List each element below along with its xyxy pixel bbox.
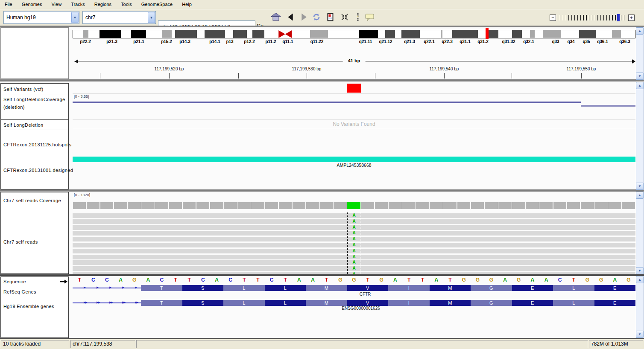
zoom-slider-thumb[interactable] (617, 14, 620, 21)
exon-amino-acid-block[interactable]: I (388, 300, 430, 306)
coverage-bar (443, 202, 457, 209)
exon-amino-acid-block[interactable]: L (553, 300, 594, 306)
exon-amino-acid-block[interactable]: V (347, 285, 389, 291)
scroll-up-button[interactable]: ▲ (636, 192, 644, 199)
menu-item-view[interactable]: View (47, 0, 66, 9)
scroll-up-button[interactable]: ▲ (636, 276, 644, 283)
exon-amino-acid-block[interactable]: L (223, 285, 265, 291)
sequence-base: A (388, 277, 402, 283)
variant-guide-line (347, 212, 348, 274)
sequence-base: G (622, 277, 635, 283)
refresh-icon[interactable] (311, 13, 322, 22)
ruler-tick-label: 117,199,540 bp (423, 67, 465, 71)
sequence-base: A (141, 277, 155, 283)
menu-item-tools[interactable]: Tools (116, 0, 137, 9)
exon-amino-acid-block[interactable]: V (347, 300, 389, 306)
exon-amino-acid-block[interactable]: L (265, 300, 306, 306)
sequence-base: T (320, 277, 334, 283)
ideogram-ruler-area[interactable]: p22.2p21.3p21.1p15.2p14.3p14.1p13p12.2p1… (73, 27, 635, 79)
exon-amino-acid-block[interactable]: M (306, 285, 347, 291)
sequence-base: T (73, 277, 86, 283)
exon-amino-acid-block[interactable]: I (388, 285, 430, 291)
zoom-slider[interactable] (560, 14, 625, 22)
track-name-self-longdeletion[interactable]: Self LongDeletion (0, 119, 69, 130)
ideogram-band (452, 30, 478, 38)
exon-amino-acid-block[interactable]: S (182, 285, 224, 291)
sequence-base: C (224, 277, 237, 283)
ideogram-band (395, 30, 401, 38)
cytoband-label: q22.3 (437, 39, 457, 44)
exon-amino-acid-block[interactable]: T (141, 285, 182, 291)
read-mismatch-base: A (347, 260, 361, 265)
message-status (136, 340, 588, 348)
zoom-in-button[interactable]: + (628, 15, 635, 21)
ideogram-band (197, 30, 205, 38)
chevron-down-icon[interactable]: ▼ (148, 12, 155, 23)
scroll-down-button[interactable]: ▼ (636, 73, 644, 80)
variant-tracks-area[interactable]: [0 - 3.55] No Variants Found AMPL2453586… (73, 81, 635, 189)
scroll-down-button[interactable]: ▼ (636, 267, 644, 274)
alignment-tracks-area[interactable]: [0 - 1328] AAAAAAAAAAA (73, 192, 635, 274)
exon-amino-acid-block[interactable]: L (223, 300, 265, 306)
scrollbar-track[interactable] (636, 192, 644, 274)
scrollbar-track[interactable] (636, 27, 644, 80)
strand-arrow-icon: ▶▶ (109, 301, 112, 304)
scrollbar-track[interactable] (636, 82, 644, 190)
track-name-self-longdeletioncoverage[interactable]: Self LongDeletionCoverage (deletion) (0, 94, 69, 120)
define-region-icon[interactable] (353, 13, 363, 22)
amplicon-bar[interactable] (73, 157, 635, 162)
sequence-strand-arrow-icon[interactable] (60, 279, 67, 285)
menu-item-genomespace[interactable]: GenomeSpace (137, 0, 177, 9)
sequence-base: A (498, 277, 512, 283)
exon-amino-acid-block[interactable]: G (471, 300, 512, 306)
deletion-coverage-line (581, 105, 635, 107)
scroll-up-button[interactable]: ▲ (636, 27, 644, 35)
exon-amino-acid-block[interactable]: M (430, 300, 471, 306)
scroll-down-button[interactable]: ▼ (636, 331, 644, 338)
scroll-up-button[interactable]: ▲ (636, 82, 644, 89)
sequence-gene-tracks-area[interactable]: CFTR ENSG00000001626 TCCAGACTTCACTTCTAAT… (73, 276, 635, 338)
ideogram-band (247, 30, 252, 38)
track-name-sequence-genes[interactable]: Sequence RefSeq Genes Hg19 Ensemble gene… (0, 276, 69, 338)
zoom-out-button[interactable]: − (550, 15, 556, 21)
track-name-cftr-exon-group[interactable]: CFTRexon.20131125.hotspots CFTRexon.2013… (0, 130, 69, 189)
zoom-tick (603, 15, 604, 20)
exon-amino-acid-block[interactable]: E (512, 285, 553, 291)
exon-amino-acid-block[interactable]: L (553, 285, 594, 291)
chromosome-select[interactable]: chr7 ▼ (82, 11, 156, 24)
exon-amino-acid-block[interactable]: E (594, 285, 636, 291)
zoom-tick (609, 15, 610, 20)
exon-amino-acid-block[interactable]: E (512, 300, 553, 306)
exon-amino-acid-block[interactable]: G (471, 285, 512, 291)
popup-text-icon[interactable] (365, 13, 375, 22)
home-icon[interactable] (271, 13, 281, 22)
chevron-down-icon[interactable]: ▼ (71, 12, 79, 23)
back-icon[interactable] (285, 13, 296, 22)
menu-item-help[interactable]: Help (177, 0, 196, 9)
menu-item-genomes[interactable]: Genomes (17, 0, 47, 9)
exon-amino-acid-block[interactable]: T (141, 300, 182, 306)
menu-item-tracks[interactable]: Tracks (66, 0, 90, 9)
exon-amino-acid-block[interactable]: L (265, 285, 306, 291)
exon-amino-acid-block[interactable]: E (594, 300, 636, 306)
menu-item-regions[interactable]: Regions (90, 0, 116, 9)
scrollbar-track[interactable] (636, 276, 644, 338)
cytoband-label: q36.3 (615, 39, 635, 44)
coverage-bar (608, 202, 621, 209)
track-name-chr7-self-reads[interactable]: Chr7 self reads Coverage Chr7 self reads (0, 192, 69, 274)
read-mismatch-base: A (347, 248, 361, 253)
scroll-down-button[interactable]: ▼ (636, 183, 644, 190)
cytoband-label: p13 (220, 39, 240, 44)
forward-icon[interactable] (299, 13, 309, 22)
variant-feature[interactable] (347, 84, 361, 93)
menu-item-file[interactable]: File (0, 0, 17, 9)
chromosome-ideogram[interactable] (73, 30, 635, 38)
exon-amino-acid-block[interactable]: S (182, 300, 224, 306)
track-name-self-variants[interactable]: Self Variants (vcf) (0, 83, 69, 94)
region-navigator-icon[interactable] (325, 13, 336, 22)
resize-to-window-icon[interactable] (340, 13, 350, 22)
exon-amino-acid-block[interactable]: M (430, 285, 471, 291)
genome-select[interactable]: Human hg19 ▼ (3, 11, 79, 24)
ruler-arrowhead-left (73, 59, 78, 64)
exon-amino-acid-block[interactable]: M (306, 300, 347, 306)
